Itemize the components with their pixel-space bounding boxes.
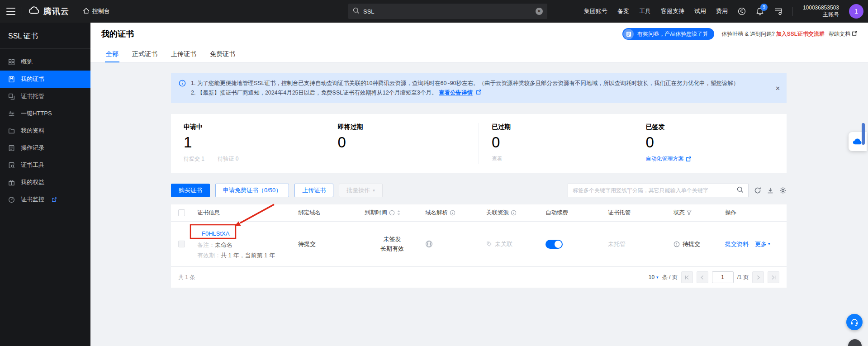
join-group-link[interactable]: 加入SSL证书交流群 bbox=[776, 30, 825, 38]
close-banner-icon[interactable]: ✕ bbox=[775, 84, 780, 93]
tab-all[interactable]: 全部 bbox=[105, 46, 119, 62]
notice-banner: 1. 为了您能更便捷地管理SSL证书，控制台已支持自动查询证书关联的10种腾讯云… bbox=[171, 73, 787, 103]
tab-uploaded-certs[interactable]: 上传证书 bbox=[170, 46, 197, 62]
tab-free-certs[interactable]: 免费证书 bbox=[209, 46, 236, 62]
auto-renew-toggle[interactable] bbox=[545, 240, 563, 249]
batch-operation-button[interactable]: 批量操作 ▾ bbox=[339, 184, 383, 197]
cloud-logo-icon bbox=[28, 6, 40, 17]
survey-button[interactable]: 有奖问卷，产品体验您说了算 bbox=[622, 28, 714, 40]
sidebar-item-my-benefits[interactable]: 我的权益 bbox=[0, 174, 90, 191]
sort-icon[interactable] bbox=[397, 210, 401, 216]
banner-line2: 2. 【最新】接证书厂商通知，2024年4月25日以后，免费SSL证书有效期将从… bbox=[191, 88, 767, 98]
sidebar-item-cert-monitor[interactable]: 证书监控 bbox=[0, 191, 90, 208]
gift-icon bbox=[8, 179, 15, 186]
sidebar-nav: 概览 我的证书 证书托管 bbox=[0, 49, 90, 208]
avatar[interactable]: 1 bbox=[849, 4, 863, 19]
tab-paid-certs[interactable]: 正式证书 bbox=[131, 46, 158, 62]
next-page-button[interactable] bbox=[752, 271, 764, 283]
pagination: 10 ▾ 条 / 页 /1 页 bbox=[649, 271, 779, 283]
col-dns: 域名解析 bbox=[420, 209, 481, 217]
col-status: 状态 bbox=[668, 209, 720, 217]
view-link[interactable]: 查看 bbox=[492, 155, 633, 163]
validity-label: 有效期： bbox=[197, 252, 221, 259]
row-checkbox[interactable] bbox=[178, 241, 185, 247]
notification-bell-icon[interactable]: 9 bbox=[756, 7, 764, 16]
external-link-icon bbox=[686, 156, 691, 162]
search-icon bbox=[353, 7, 360, 15]
certificate-icon bbox=[8, 76, 15, 83]
sidebar-item-cert-hosting[interactable]: 证书托管 bbox=[0, 88, 90, 105]
download-icon[interactable] bbox=[767, 187, 774, 194]
col-bound-domain: 绑定域名 bbox=[293, 209, 359, 217]
customer-service-button[interactable] bbox=[846, 314, 863, 330]
apply-free-cert-button[interactable]: 申请免费证书（0/50） bbox=[215, 184, 289, 197]
col-resources: 关联资源 bbox=[481, 209, 540, 217]
sidebar-item-my-certificates[interactable]: 我的证书 bbox=[0, 71, 90, 88]
page-size-select[interactable]: 10 ▾ bbox=[649, 274, 659, 280]
overview-icon bbox=[8, 58, 15, 66]
first-page-button[interactable] bbox=[681, 271, 693, 283]
scrollbar-thumb[interactable] bbox=[862, 123, 865, 145]
total-pages: /1 页 bbox=[737, 274, 749, 281]
sidebar-item-one-click-https[interactable]: 一键HTTPS bbox=[0, 105, 90, 122]
cert-id-link[interactable]: F0HLStXA bbox=[197, 228, 234, 239]
console-link[interactable]: 控制台 bbox=[83, 7, 110, 15]
keyword-search-input[interactable] bbox=[573, 187, 733, 194]
sidebar-item-overview[interactable]: 概览 bbox=[0, 53, 90, 71]
promo-icon[interactable] bbox=[738, 7, 746, 15]
sidebar-item-operation-log[interactable]: 操作记录 bbox=[0, 139, 90, 156]
sidebar-item-my-profile[interactable]: 我的资料 bbox=[0, 122, 90, 139]
info-icon[interactable] bbox=[450, 210, 455, 216]
nav-billing[interactable]: 费用 bbox=[716, 7, 728, 15]
page-number-input[interactable] bbox=[712, 271, 734, 283]
info-icon[interactable] bbox=[511, 210, 517, 216]
announcement-link[interactable]: 查看公告详情 bbox=[439, 90, 473, 96]
prev-page-button[interactable] bbox=[697, 271, 708, 283]
tag-icon bbox=[486, 241, 492, 247]
hosting-cell: 未托管 bbox=[602, 240, 668, 248]
feedback-links: 体验吐槽 & 遇到问题? 加入SSL证书交流群 帮助文档 bbox=[721, 30, 857, 38]
dns-cell[interactable] bbox=[420, 240, 481, 248]
help-doc-link[interactable]: 帮助文档 bbox=[829, 30, 850, 38]
sidebar-title: SSL 证书 bbox=[0, 23, 90, 49]
col-actions: 操作 bbox=[720, 209, 779, 217]
status-pending-icon bbox=[674, 241, 680, 247]
total-count: 共 1 条 bbox=[178, 274, 195, 281]
submit-info-link[interactable]: 提交资料 bbox=[725, 240, 749, 248]
nav-trial[interactable]: 试用 bbox=[694, 7, 706, 15]
hamburger-menu-icon[interactable] bbox=[6, 8, 15, 15]
divider bbox=[792, 7, 793, 16]
sliders-icon bbox=[8, 110, 15, 117]
page-header: 我的证书 有奖问卷，产品体验您说了算 体验吐槽 & 遇到问题? 加入SSL证书交… bbox=[90, 23, 868, 62]
feedback-text: 体验吐槽 & 遇到问题? bbox=[721, 30, 774, 38]
buy-cert-button[interactable]: 购买证书 bbox=[171, 184, 210, 197]
filter-icon[interactable] bbox=[687, 210, 692, 215]
nav-tools[interactable]: 工具 bbox=[639, 7, 651, 15]
tencent-cloud-logo[interactable]: 腾讯云 bbox=[28, 6, 69, 17]
search-icon[interactable] bbox=[737, 186, 744, 194]
gauge-icon bbox=[8, 196, 15, 203]
search-input[interactable] bbox=[363, 8, 532, 15]
refresh-icon[interactable] bbox=[754, 187, 761, 194]
page-title: 我的证书 bbox=[101, 28, 134, 39]
nav-group-account[interactable]: 集团账号 bbox=[584, 7, 607, 15]
expire-time-cell: 未签发 长期有效 bbox=[359, 235, 420, 253]
info-icon[interactable] bbox=[389, 210, 395, 216]
top-navbar: 腾讯云 控制台 ✕ 集团账号 备案 工具 客服支持 试用 费用 bbox=[0, 0, 868, 23]
stats-cards: 申请中 1 待提交 1 待验证 0 即将过期 0 已过期 0 查看 已签发 0 … bbox=[171, 114, 787, 173]
account-info[interactable]: 100036853503 主账号 bbox=[803, 5, 839, 18]
column-settings-icon[interactable] bbox=[779, 187, 787, 194]
banner-line1: 1. 为了您能更便捷地管理SSL证书，控制台已支持自动查询证书关联的10种腾讯云… bbox=[191, 79, 767, 88]
nav-support[interactable]: 客服支持 bbox=[661, 7, 684, 15]
console-settings-icon[interactable] bbox=[774, 8, 783, 15]
stat-expiring-value: 0 bbox=[338, 134, 479, 151]
sidebar-item-cert-tools[interactable]: 证书工具 bbox=[0, 156, 90, 174]
nav-icp[interactable]: 备案 bbox=[617, 7, 629, 15]
hosting-icon bbox=[8, 93, 15, 100]
automation-link[interactable]: 自动化管理方案 bbox=[646, 155, 787, 163]
last-page-button[interactable] bbox=[768, 271, 779, 283]
upload-cert-button[interactable]: 上传证书 bbox=[294, 184, 333, 197]
clear-search-icon[interactable]: ✕ bbox=[536, 8, 543, 15]
more-actions-link[interactable]: 更多 ▾ bbox=[755, 240, 770, 248]
select-all-checkbox[interactable] bbox=[178, 209, 185, 216]
